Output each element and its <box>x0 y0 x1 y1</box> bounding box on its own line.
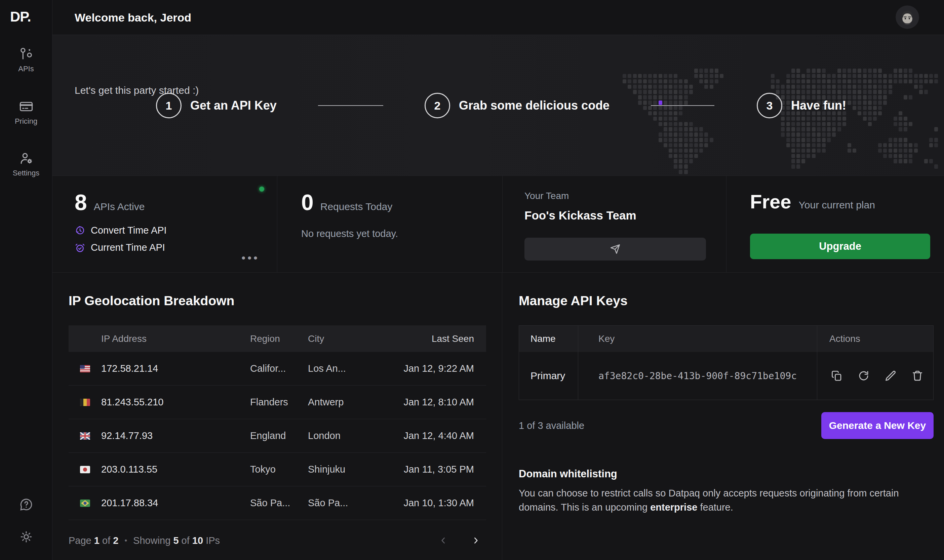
credit-card-icon <box>19 100 33 114</box>
world-map <box>618 69 944 175</box>
onboarding-step-3: 3 Have fun! <box>757 93 846 118</box>
step-label: Get an API Key <box>190 98 277 112</box>
city: São Pa... <box>308 497 367 509</box>
apis-active-value: 8 <box>75 191 87 214</box>
sidebar-item-pricing[interactable]: Pricing <box>0 100 52 126</box>
previous-page-button[interactable] <box>437 534 450 547</box>
api-keys-title: Manage API Keys <box>519 294 933 307</box>
step-number-badge: 3 <box>757 93 782 118</box>
pagination-page-total: 2 <box>113 535 118 546</box>
api-keys-section: Manage API Keys Name Key Actions Primary… <box>503 272 944 560</box>
geo-table-header: IP Address Region City Last Seen <box>69 325 486 352</box>
col-region: Region <box>250 334 308 344</box>
flag-gb-icon <box>69 432 101 440</box>
ip-address: 203.0.113.55 <box>101 464 250 475</box>
api-key-name: Primary <box>519 352 578 400</box>
api-key-value: af3e82c0-28be-413b-900f-89c71be109c <box>578 352 817 400</box>
api-list-item: Convert Time API <box>75 225 277 236</box>
requests-empty-text: No requests yet today. <box>301 228 502 239</box>
sidebar-item-label: Pricing <box>15 117 37 126</box>
top-header: Welcome back, Jerod <box>52 0 944 35</box>
ip-address: 81.243.55.210 <box>101 397 250 408</box>
city: Antwerp <box>308 397 367 408</box>
api-key-row: Primary af3e82c0-28be-413b-900f-89c71be1… <box>519 352 933 400</box>
user-gear-icon <box>19 151 33 165</box>
sidebar-item-label: APIs <box>18 65 34 73</box>
region: England <box>250 430 308 442</box>
generate-key-button[interactable]: Generate a New Key <box>821 412 933 439</box>
pagination-bar: Page 1 of 2 • Showing 5 of 10 IPs <box>69 534 486 547</box>
theme-toggle-button[interactable] <box>0 530 52 544</box>
geo-table-row: 201.17.88.34São Pa...São Pa...Jan 10, 1:… <box>69 486 486 520</box>
copy-icon <box>831 370 843 382</box>
col-city: City <box>308 334 367 344</box>
alarm-check-icon <box>75 242 85 253</box>
domain-whitelisting-title: Domain whitelisting <box>519 468 933 480</box>
page-title: Welcome back, Jerod <box>75 11 191 24</box>
help-button[interactable] <box>0 497 52 512</box>
city: Shinjuku <box>308 464 367 475</box>
sidebar-item-settings[interactable]: Settings <box>0 151 52 177</box>
flag-be-icon <box>69 398 101 406</box>
ip-address: 92.14.77.93 <box>101 430 250 442</box>
sidebar-item-apis[interactable]: APIs <box>0 47 52 73</box>
edit-icon <box>884 370 896 382</box>
send-icon <box>609 243 621 255</box>
col-last-seen: Last Seen <box>367 334 486 344</box>
apis-active-card: 8 APIs Active Convert Time API <box>52 176 277 272</box>
sidebar-item-label: Settings <box>13 169 40 177</box>
last-seen: Jan 12, 8:10 AM <box>367 397 486 408</box>
share-team-button[interactable] <box>524 238 706 260</box>
pagination-text: Page <box>69 535 91 546</box>
geo-table: IP Address Region City Last Seen 172.58.… <box>69 325 486 520</box>
geo-table-row: 81.243.55.210FlandersAntwerpJan 12, 8:10… <box>69 386 486 419</box>
col-name: Name <box>519 326 578 352</box>
requests-label: Requests Today <box>320 201 393 212</box>
stats-row: 8 APIs Active Convert Time API <box>52 176 944 272</box>
col-actions: Actions <box>817 326 933 352</box>
next-page-button[interactable] <box>469 534 482 547</box>
geo-title: IP Geolocation Breakdown <box>69 294 486 307</box>
step-label: Grab some delicious code <box>459 98 609 112</box>
chevron-right-icon <box>471 536 480 545</box>
more-options-button[interactable]: ••• <box>241 252 260 263</box>
plan-card: Free Your current plan Upgrade <box>727 176 944 272</box>
step-number-badge: 1 <box>156 93 181 118</box>
step-connector <box>318 105 383 106</box>
onboarding-step-1: 1 Get an API Key <box>156 93 277 118</box>
copy-key-button[interactable] <box>829 368 844 383</box>
user-avatar[interactable] <box>896 5 919 29</box>
city: Los An... <box>308 363 367 374</box>
flag-br-icon <box>69 500 101 507</box>
regenerate-key-button[interactable] <box>856 368 871 383</box>
step-number-badge: 2 <box>424 93 450 118</box>
pagination-separator: • <box>125 536 127 545</box>
delete-key-button[interactable] <box>910 368 925 383</box>
onboarding-step-2: 2 Grab some delicious code <box>424 93 609 118</box>
last-seen: Jan 12, 9:22 AM <box>367 363 486 374</box>
col-key: Key <box>578 326 817 352</box>
ip-address: 172.58.21.14 <box>101 363 250 374</box>
domain-whitelisting-block: Domain whitelisting You can choose to re… <box>519 468 933 514</box>
sidebar: DP. APIs Pricing <box>0 0 52 560</box>
onboarding-banner: Let's get this party started :) 1 Get an… <box>52 35 944 176</box>
upgrade-button[interactable]: Upgrade <box>750 234 930 259</box>
geo-table-row: 203.0.113.55TokyoShinjukuJan 11, 3:05 PM <box>69 453 486 486</box>
ip-address: 201.17.88.34 <box>101 497 250 509</box>
api-keys-header: Name Key Actions <box>519 326 933 352</box>
plan-name: Free <box>750 192 791 211</box>
route-icon <box>19 47 33 61</box>
geo-table-row: 92.14.77.93EnglandLondonJan 12, 4:40 AM <box>69 419 486 453</box>
apis-active-label: APIs Active <box>94 201 145 212</box>
team-label: Your Team <box>524 191 726 202</box>
step-connector <box>651 105 714 106</box>
region: São Pa... <box>250 497 308 509</box>
geo-table-row: 172.58.21.14Califor...Los An...Jan 12, 9… <box>69 352 486 386</box>
flag-jp-icon <box>69 466 101 473</box>
api-name: Current Time API <box>91 242 165 253</box>
edit-key-button[interactable] <box>883 368 898 383</box>
api-keys-table: Name Key Actions Primary af3e82c0-28be-4… <box>519 325 933 400</box>
col-ip: IP Address <box>101 334 250 344</box>
region: Tokyo <box>250 464 308 475</box>
geo-section: IP Geolocation Breakdown IP Address Regi… <box>52 272 502 560</box>
